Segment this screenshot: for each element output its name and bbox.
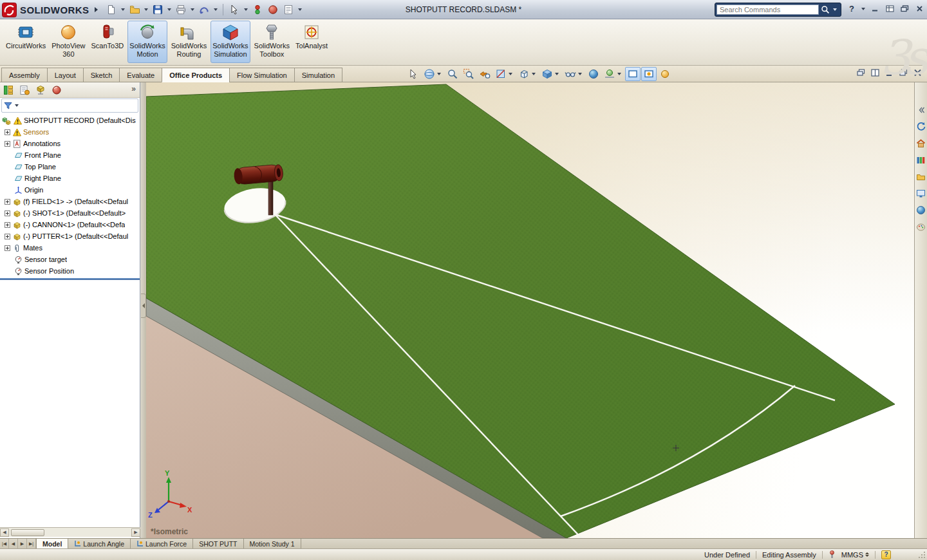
tree-item-shot[interactable]: (-) SHOT<1> (Default<<Default>: [0, 207, 140, 219]
status-help-icon[interactable]: ?: [881, 550, 891, 559]
tree-item-top-plane[interactable]: Top Plane: [0, 161, 140, 173]
tab-launch-angle[interactable]: Launch Angle: [68, 539, 131, 548]
units-selector[interactable]: MMGS: [841, 551, 869, 559]
tree-item-right-plane[interactable]: Right Plane: [0, 173, 140, 184]
tree-item-front-plane[interactable]: Front Plane: [0, 149, 140, 161]
section-view-caret[interactable]: [509, 73, 512, 75]
tree-item-label[interactable]: Sensors: [23, 128, 49, 136]
scroll-left-icon[interactable]: ◀: [0, 528, 9, 537]
addin-scanto3d[interactable]: ScanTo3D: [89, 21, 126, 63]
file-explorer-icon[interactable]: [915, 171, 926, 182]
orbit-button[interactable]: [422, 67, 444, 81]
addin-solidworks-routing[interactable]: SolidWorksRouting: [169, 21, 209, 63]
tab-assembly[interactable]: Assembly: [1, 68, 47, 82]
expander-icon[interactable]: [5, 129, 10, 135]
tab-scroll-first-icon[interactable]: |◀: [0, 539, 9, 548]
tree-item-label[interactable]: Origin: [24, 186, 43, 194]
expander-icon[interactable]: [5, 245, 10, 251]
tab-scroll-last-icon[interactable]: ▶|: [27, 539, 36, 548]
zoom-area-button[interactable]: [461, 67, 476, 81]
display-style-caret[interactable]: [555, 73, 559, 75]
apply-scene-button[interactable]: [602, 67, 624, 81]
tree-item-origin[interactable]: Origin: [0, 184, 140, 196]
open-caret[interactable]: [144, 8, 148, 11]
cannon-post[interactable]: [268, 178, 273, 215]
tab-flow-simulation[interactable]: Flow Simulation: [229, 68, 294, 82]
addin-tolanalyst[interactable]: TolAnalyst: [294, 21, 330, 63]
design-library-icon[interactable]: [915, 154, 926, 165]
tree-filter-bar[interactable]: [1, 98, 138, 113]
units-spinner-icon[interactable]: [865, 552, 869, 557]
menu-expand-icon[interactable]: [95, 7, 98, 12]
expander-icon[interactable]: [5, 222, 10, 228]
solidworks-resources-icon[interactable]: [915, 121, 926, 132]
undo-button[interactable]: [197, 3, 211, 17]
expander-icon[interactable]: [5, 234, 10, 239]
select-caret[interactable]: [244, 8, 248, 11]
featuremanager-split-bar[interactable]: [0, 278, 140, 280]
panel-horizontal-scrollbar[interactable]: ◀ ▶: [0, 527, 140, 537]
select-button[interactable]: [227, 3, 241, 17]
tab-layout[interactable]: Layout: [47, 68, 83, 82]
tree-item-label[interactable]: (-) SHOT<1> (Default<<Default>: [23, 209, 126, 217]
tree-item-label[interactable]: Front Plane: [24, 151, 61, 159]
model-scene[interactable]: Y X Z: [146, 82, 914, 538]
tree-item-field[interactable]: (f) FIELD<1> -> (Default<<Defaul: [0, 196, 140, 207]
help-button[interactable]: ?: [845, 3, 858, 15]
scroll-thumb[interactable]: [11, 529, 44, 536]
tree-item-label[interactable]: (-) PUTTER<1> (Default<<Defaul: [23, 232, 128, 240]
tile-windows-icon[interactable]: [871, 69, 879, 77]
search-scope-caret[interactable]: [833, 8, 837, 11]
tree-item-label[interactable]: SHOTPUTT RECORD (Default<Dis: [24, 117, 136, 124]
addin-photoview-360[interactable]: PhotoView360: [50, 21, 87, 63]
sketch-pointer-button[interactable]: [406, 67, 421, 81]
apply-scene-caret[interactable]: [617, 73, 621, 75]
tree-item-annotations[interactable]: Annotations: [0, 138, 140, 149]
orbit-caret[interactable]: [437, 73, 441, 75]
search-input[interactable]: [716, 5, 819, 15]
view-settings-button-2[interactable]: [641, 67, 657, 81]
light-button[interactable]: [657, 67, 673, 81]
displaymanager-icon[interactable]: [52, 85, 62, 95]
previous-view-button[interactable]: [477, 67, 492, 81]
tab-motion-study-1[interactable]: Motion Study 1: [244, 539, 301, 548]
view-orientation-button[interactable]: [516, 67, 539, 81]
table-button[interactable]: [883, 3, 896, 15]
panel-splitter[interactable]: [141, 82, 146, 538]
help-caret[interactable]: [861, 8, 865, 10]
tree-item-sensors[interactable]: Sensors: [0, 126, 140, 138]
tree-item-mates[interactable]: Mates: [0, 242, 140, 254]
scroll-right-icon[interactable]: ▶: [131, 528, 140, 537]
tree-item-sensor-position[interactable]: Sensor Position: [0, 265, 140, 277]
expander-icon[interactable]: [5, 141, 10, 147]
undo-caret[interactable]: [214, 8, 218, 11]
hide-show-items-button[interactable]: [563, 67, 585, 81]
restore-button[interactable]: [898, 3, 911, 15]
tree-item-label[interactable]: (f) FIELD<1> -> (Default<<Defaul: [23, 198, 128, 205]
cascade-windows-icon[interactable]: [857, 69, 865, 77]
propertymanager-icon[interactable]: [19, 85, 30, 95]
addin-circuitworks[interactable]: CircuitWorks: [4, 21, 48, 63]
appearances-icon[interactable]: [915, 205, 926, 216]
new-document-button[interactable]: [104, 3, 118, 17]
tree-item-label[interactable]: Sensor Position: [24, 267, 74, 275]
filter-caret[interactable]: [15, 104, 19, 107]
home-icon[interactable]: [915, 138, 926, 149]
tree-item-label[interactable]: Top Plane: [24, 163, 56, 171]
close-button[interactable]: [913, 3, 926, 15]
panel-collapse-handle[interactable]: [141, 294, 146, 318]
graphics-area[interactable]: Y X Z *Isometric: [146, 82, 914, 538]
featuremanager-tree-icon[interactable]: [3, 85, 14, 95]
open-button[interactable]: [127, 3, 142, 17]
tree-item-label[interactable]: (-) CANNON<1> (Default<<Defa: [23, 221, 125, 229]
hide-show-caret[interactable]: [578, 73, 582, 75]
edit-appearance-button[interactable]: [586, 67, 601, 81]
tree-item-label[interactable]: Annotations: [23, 140, 61, 147]
new-document-caret[interactable]: [121, 8, 125, 11]
tab-evaluate[interactable]: Evaluate: [119, 68, 162, 82]
configurationmanager-icon[interactable]: [35, 85, 46, 95]
tree-item-label[interactable]: Right Plane: [24, 174, 61, 182]
tree-item-label[interactable]: Sensor target: [24, 256, 67, 263]
addin-solidworks-simulation[interactable]: SolidWorksSimulation: [211, 21, 250, 63]
tree-item-cannon[interactable]: (-) CANNON<1> (Default<<Defa: [0, 219, 140, 230]
